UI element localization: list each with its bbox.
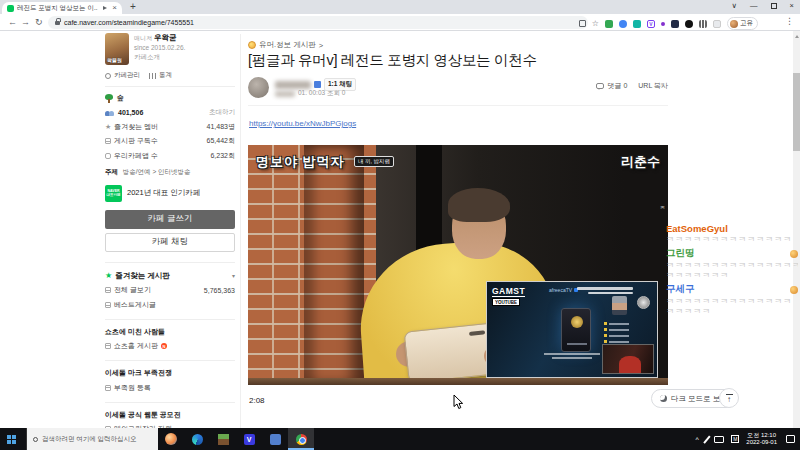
taskbar-app-chrome[interactable]	[288, 428, 314, 450]
tray-chevron-icon[interactable]: ^	[696, 436, 699, 443]
extension-icon-1[interactable]	[605, 20, 613, 28]
cafe-manage-link[interactable]: 카페관리	[114, 71, 140, 80]
emote-icon	[790, 286, 798, 294]
extension-icon-9[interactable]	[713, 20, 721, 28]
stat-value: 6,232회	[210, 151, 235, 161]
youtube-link[interactable]: https://youtu.be/xNwJbPGjogs	[249, 119, 356, 128]
post-divider	[248, 105, 668, 106]
cafe-write-button[interactable]: 카페 글쓰기	[105, 210, 235, 229]
stat-label[interactable]: 우리카페앱 수	[114, 151, 158, 161]
v-app-icon	[244, 434, 255, 445]
pip-stream-frame: GAMST YOUTUBE afreecaTV	[486, 281, 658, 378]
extension-icon-2[interactable]	[619, 20, 627, 28]
url-text: cafe.naver.com/steamindiegame/7455551	[64, 19, 194, 26]
taskbar-app-v[interactable]	[236, 428, 262, 450]
stat-label[interactable]: 즐겨찾는 멤버	[114, 122, 158, 132]
topic-label: 주제	[105, 168, 118, 175]
sidebar-item-best-posts[interactable]: 베스트게시글	[105, 300, 235, 310]
cafe-intro-link[interactable]: 카페소개	[134, 52, 185, 61]
video-player[interactable]: Now Pla 명보야 밥먹자 내 끼, 밥지랩 리춘수 GAMST YOUTU…	[248, 145, 668, 385]
sidebar-item-all-posts[interactable]: 전체 글보기 5,765,363	[105, 285, 235, 295]
member-grade-icon	[314, 81, 321, 88]
window-close-icon[interactable]: ×	[790, 1, 794, 10]
chat-message: ㅋㅋㅋㅋㅋ	[666, 306, 798, 316]
app-icon	[165, 433, 177, 445]
window-maximize-icon[interactable]	[771, 3, 777, 9]
profile-chip[interactable]: 고유	[727, 17, 758, 30]
taskbar-app-starfish[interactable]	[158, 428, 184, 450]
post-actions: 댓글 0 URL 복사	[530, 81, 668, 91]
extension-icon-7[interactable]	[685, 20, 693, 28]
tab-close-icon[interactable]: ×	[112, 4, 117, 12]
breadcrumb-label[interactable]: 유머.정보 게시판	[259, 40, 316, 50]
taskbar-app-blue[interactable]	[262, 428, 288, 450]
chrome-icon	[296, 434, 307, 445]
streamer-webcam	[602, 344, 654, 374]
invite-link[interactable]: 초대하기	[209, 108, 235, 117]
author-avatar[interactable]	[248, 77, 269, 98]
stat-value: 41,483명	[207, 122, 235, 132]
sidebar-item-tribe-register[interactable]: 부족원 등록	[105, 383, 235, 393]
up-arrow-icon: ↑	[727, 396, 731, 403]
new-tab-button[interactable]: +	[130, 1, 136, 12]
toolbar-icons: ☆ V 고유	[579, 17, 758, 30]
sidebar-item-shorts-board[interactable]: 쇼츠홈 게시판 N	[105, 341, 235, 351]
start-button[interactable]	[0, 428, 26, 450]
forest-grade-icon	[105, 94, 113, 103]
reload-icon[interactable]: ↻	[35, 17, 43, 27]
tray-app-icon[interactable]	[731, 435, 739, 443]
window-chevron-icon[interactable]: ∨	[732, 1, 738, 10]
scrollbar-thumb[interactable]	[793, 73, 800, 151]
cafe-profile-image[interactable]: 왁물원	[105, 33, 129, 65]
video-timestamp: 2:08	[249, 396, 265, 405]
keyboard-icon[interactable]	[714, 436, 724, 443]
taskbar-clock[interactable]: 오전 12:10 2022-09-01	[746, 432, 777, 447]
star-icon: ★	[105, 123, 111, 131]
comment-bubble-icon	[596, 83, 604, 89]
taskbar-app-edge[interactable]	[184, 428, 210, 450]
chat-message: ㅋㅋㅋㅋㅋㅋㅋㅋㅋㅋㅋㅋㅋㅋㅋ	[666, 260, 798, 270]
scrollbar-up-icon[interactable]	[795, 33, 799, 38]
search-placeholder: 검색하려면 여기에 입력하십시오	[42, 435, 137, 444]
browser-tab-strip: 레전드 포병지 영상보는 이.. × + ∨ — ×	[0, 0, 800, 14]
extension-icon-8[interactable]	[699, 20, 707, 28]
extension-icon-6[interactable]	[671, 20, 679, 28]
extension-icon-5[interactable]	[661, 22, 665, 26]
chat-overlay: EatSomeGyul ㅋㅋㅋㅋㅋㅋㅋㅋㅋㅋㅋㅋㅋㅋ 그린띵 ㅋㅋㅋㅋㅋㅋㅋㅋㅋ…	[666, 220, 798, 316]
author-name-blurred	[275, 81, 311, 89]
date-blurred	[275, 91, 295, 97]
browser-menu-icon[interactable]: ⋮	[785, 16, 794, 26]
edge-icon	[192, 434, 203, 445]
screen: 레전드 포병지 영상보는 이.. × + ∨ — × ← → ↻ cafe.na…	[0, 0, 800, 450]
address-bar[interactable]: cafe.naver.com/steamindiegame/7455551	[48, 16, 588, 29]
post-count: 5,765,363	[204, 287, 235, 294]
scroll-to-top-button[interactable]: ↑	[719, 388, 739, 408]
back-icon[interactable]: ←	[8, 17, 17, 27]
chat-message: ㅋㅋㅋㅋㅋㅋㅋㅋㅋㅋㅋㅋㅋㅋ	[666, 296, 798, 306]
browser-tab[interactable]: 레전드 포병지 영상보는 이.. ×	[2, 2, 122, 14]
share-icon[interactable]	[579, 20, 586, 27]
forward-icon[interactable]: →	[21, 17, 30, 27]
pen-icon[interactable]	[703, 435, 710, 443]
taskbar-search[interactable]: 검색하려면 여기에 입력하십시오	[26, 428, 158, 450]
favorite-boards-row[interactable]: ★ 즐겨찾는 게시판 ▾	[105, 262, 235, 281]
cafe-grade: 숲	[117, 93, 124, 103]
tab-audio-icon[interactable]	[103, 6, 109, 10]
notification-center-icon[interactable]	[786, 435, 795, 443]
stat-label[interactable]: 게시판 구독수	[114, 136, 158, 146]
breadcrumb[interactable]: 유머.정보 게시판 >	[248, 40, 323, 50]
afreeca-logo: afreecaTV	[549, 287, 578, 293]
comments-action[interactable]: 댓글 0	[596, 81, 627, 91]
extension-icon-4[interactable]: V	[647, 20, 655, 28]
taskbar-app-minecraft[interactable]	[210, 428, 236, 450]
topic-value[interactable]: 방송/연예 > 인터넷방송	[123, 168, 191, 175]
bookmark-star-icon[interactable]: ☆	[592, 19, 599, 28]
cafe-chat-button[interactable]: 카페 채팅	[105, 233, 235, 252]
cafe-stats-link[interactable]: 통계	[159, 71, 172, 80]
pip-caption-blurred	[577, 287, 633, 296]
profile-name: 고유	[740, 19, 753, 28]
window-minimize-icon[interactable]: —	[750, 1, 758, 10]
manager-name[interactable]: 우왁굳	[154, 33, 177, 42]
chevron-down-icon[interactable]: ▾	[232, 272, 235, 279]
extension-icon-3[interactable]	[633, 20, 641, 28]
